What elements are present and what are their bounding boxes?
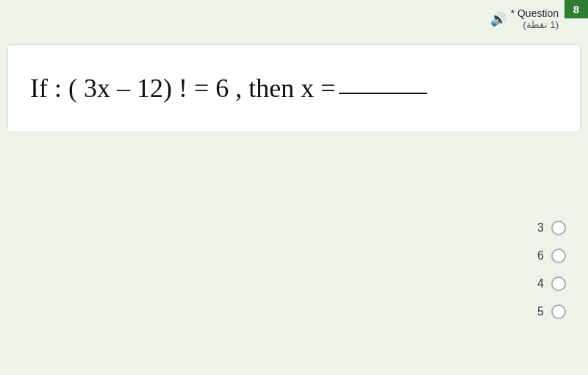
option-radio-5[interactable] — [551, 304, 566, 319]
answer-blank — [339, 93, 427, 94]
question-box: If : ( 3x – 12) ! = 6 , then x = — [7, 44, 581, 132]
question-label-container: * Question (1 نقطة) — [511, 7, 559, 30]
options-container: 3 6 4 5 — [534, 221, 566, 319]
question-text: If : ( 3x – 12) ! = 6 , then x = — [30, 73, 427, 104]
option-row-4: 4 — [534, 276, 566, 291]
question-header: 🔊 * Question (1 نقطة) — [490, 7, 559, 30]
option-label-6: 6 — [534, 249, 544, 262]
page-wrapper: 8 🔊 * Question (1 نقطة) If : ( 3x – 12) … — [0, 0, 588, 375]
option-row-6: 6 — [534, 249, 566, 263]
question-text-prefix: If : ( 3x – 12) ! = 6 , then x = — [30, 73, 336, 104]
question-number: 8 — [573, 3, 579, 15]
option-radio-3[interactable] — [551, 221, 566, 235]
speaker-icon[interactable]: 🔊 — [490, 11, 506, 27]
option-row-5: 5 — [534, 304, 566, 319]
option-radio-6[interactable] — [551, 249, 566, 263]
option-row-3: 3 — [534, 221, 566, 235]
option-radio-4[interactable] — [551, 276, 566, 291]
question-star-label: * Question — [511, 7, 559, 19]
option-label-5: 5 — [534, 305, 544, 318]
question-badge: 8 — [564, 0, 588, 18]
question-points: (1 نقطة) — [511, 19, 559, 30]
option-label-3: 3 — [534, 221, 544, 235]
option-label-4: 4 — [534, 277, 544, 290]
